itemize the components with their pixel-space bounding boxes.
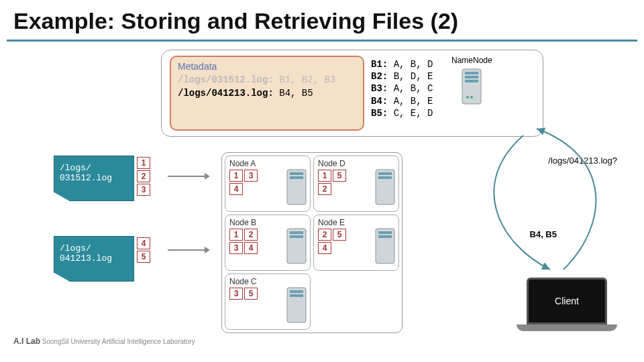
svg-rect-7 [290,172,303,175]
svg-rect-17 [378,235,392,238]
node-a-label: Node A [229,159,306,168]
block-chip: 4 [318,242,331,254]
server-icon [286,168,307,206]
diagram-canvas: Metadata /logs/031512.log: B1, B2, B3 /l… [0,42,644,350]
node-b: Node B 1 2 3 4 [225,215,311,271]
metadata-inner: Metadata /logs/031512.log: B1, B2, B3 /l… [170,56,364,131]
node-c: Node C 3 5 [225,274,311,330]
file-tag-2: /logs/ 041213.log [54,236,134,282]
svg-rect-19 [290,290,303,293]
block-chip: 4 [244,242,258,254]
meta-line2-blocks: B4, B5 [279,88,313,99]
server-icon [374,227,396,265]
file1-path-l1: /logs/ [60,163,128,173]
response-text: B4, B5 [530,229,557,239]
client: Client [517,278,617,331]
meta-line1-blocks: B1, B2, B3 [279,74,335,85]
server-icon [286,286,307,324]
bmap-nodes-1: B, D, E [394,71,433,82]
block-chip: 2 [318,229,331,241]
file1-blocks: 1 2 3 [137,157,150,196]
bmap-id-2: B3: [371,83,388,94]
footer-sub: SoongSil University Artificial Intellige… [42,338,195,345]
block-chip: 2 [137,170,150,182]
svg-rect-8 [290,176,303,179]
svg-rect-3 [465,80,478,82]
block-chip: 4 [229,183,243,195]
footer-brand: A.I Lab [13,337,40,346]
svg-rect-20 [290,294,303,297]
block-chip: 5 [333,170,346,182]
file1-path-l2: 031512.log [60,173,128,183]
footer: A.I Lab SoongSil University Artificial I… [13,337,195,346]
block-map: B1: A, B, D B2: B, D, E B3: A, B, C B4: … [371,56,445,131]
server-icon [461,68,482,105]
bmap-id-0: B1: [371,59,388,70]
svg-rect-14 [290,235,303,238]
metadata-label: Metadata [178,61,356,72]
bmap-nodes-3: A, B, E [394,96,433,107]
svg-rect-1 [465,72,478,74]
metadata-box: Metadata /logs/031512.log: B1, B2, B3 /l… [161,50,543,137]
block-chip: 3 [244,170,258,182]
block-chip: 3 [229,288,243,300]
block-chip: 1 [137,157,150,169]
file2-path-l2: 041213.log [60,253,128,263]
block-chip: 1 [229,170,243,182]
svg-rect-11 [378,176,392,179]
client-label: Client [555,296,579,306]
block-chip: 1 [318,170,331,182]
block-chip: 5 [244,288,258,300]
namenode: NameNode [451,56,492,131]
meta-line2-path: /logs/041213.log: [178,88,274,99]
meta-line1-path: /logs/031512.log: [178,74,274,85]
server-icon [286,227,307,265]
bmap-nodes-0: A, B, D [394,59,433,70]
svg-rect-13 [290,231,303,234]
svg-rect-16 [378,231,392,234]
namenode-label: NameNode [451,56,492,65]
bmap-nodes-2: A, B, C [394,83,433,94]
node-b-label: Node B [229,218,306,227]
node-a: Node A 1 3 4 [225,156,311,212]
svg-rect-2 [465,76,478,78]
block-chip: 5 [137,251,150,263]
bmap-id-4: B5: [371,108,388,119]
file-tag-1: /logs/ 031512.log [54,156,134,201]
datanode-cluster: Node A 1 3 4 Node D 1 5 2 Node B 1 2 3 [221,152,402,333]
block-chip: 1 [229,229,243,241]
metadata-line-1: /logs/031512.log: B1, B2, B3 [178,74,356,85]
svg-rect-10 [378,172,392,175]
laptop-screen: Client [527,278,607,324]
bmap-id-1: B2: [371,71,388,82]
block-chip: 4 [137,237,150,249]
block-chip: 2 [318,183,331,195]
file2-path-l1: /logs/ [60,243,128,253]
node-d: Node D 1 5 2 [313,156,399,212]
node-c-label: Node C [229,277,306,286]
block-chip: 2 [244,229,258,241]
file2-blocks: 4 5 [137,237,150,263]
laptop-base [517,324,617,331]
bmap-id-3: B4: [371,96,388,107]
block-chip: 5 [333,229,346,241]
node-d-label: Node D [318,159,394,168]
query-text: /logs/041213.log? [548,156,617,166]
block-chip: 3 [229,242,243,254]
slide-title: Example: Storing and Retrieving Files (2… [0,0,644,40]
node-e: Node E 2 5 4 [313,215,399,271]
svg-point-4 [466,96,469,99]
bmap-nodes-4: C, E, D [394,108,433,119]
block-chip: 3 [137,184,150,196]
server-icon [374,168,396,206]
svg-point-5 [470,96,473,99]
arrow-icon [168,176,208,177]
arrow-icon [168,249,208,251]
node-e-label: Node E [318,218,394,227]
metadata-line-2: /logs/041213.log: B4, B5 [178,88,356,99]
